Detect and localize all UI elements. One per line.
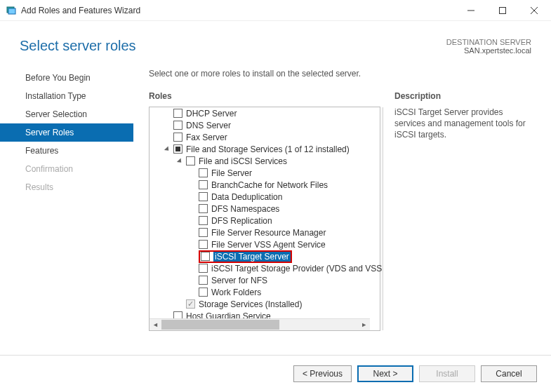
role-label: File Server VSS Agent Service — [211, 240, 326, 250]
cancel-button[interactable]: Cancel — [481, 365, 537, 382]
role-label: iSCSI Target Server — [213, 252, 291, 262]
role-checkbox[interactable] — [173, 311, 182, 318]
wizard-nav: Before You BeginInstallation TypeServer … — [0, 62, 133, 331]
role-row[interactable]: Work Folders — [150, 286, 382, 298]
scroll-left-arrow-icon[interactable]: ◄ — [150, 319, 161, 330]
expander-icon[interactable] — [176, 158, 183, 165]
role-row[interactable]: DFS Replication — [150, 215, 382, 227]
destination-label: DESTINATION SERVER — [446, 38, 531, 46]
nav-item-results: Results — [0, 178, 133, 196]
role-checkbox[interactable] — [199, 264, 208, 273]
role-label: DFS Replication — [211, 216, 272, 226]
maximize-button[interactable] — [486, 1, 518, 20]
minimize-button[interactable] — [455, 1, 486, 20]
role-label: DNS Server — [186, 121, 231, 130]
scroll-right-arrow-icon[interactable]: ► — [358, 319, 370, 330]
role-row[interactable]: File Server Resource Manager — [150, 227, 382, 238]
role-label: DHCP Server — [186, 109, 237, 119]
wizard-footer: < Previous Next > Install Cancel — [0, 355, 551, 392]
horizontal-scrollbar[interactable]: ◄ ► — [150, 318, 370, 330]
install-button[interactable]: Install — [419, 365, 475, 382]
roles-heading: Roles — [149, 91, 380, 101]
role-row[interactable]: iSCSI Target Server — [150, 250, 382, 262]
nav-item-installation-type[interactable]: Installation Type — [0, 87, 133, 105]
role-row[interactable]: Host Guardian Service — [150, 310, 382, 318]
roles-tree[interactable]: DHCP ServerDNS ServerFax ServerFile and … — [149, 107, 380, 331]
next-button[interactable]: Next > — [357, 365, 413, 382]
role-label: Data Deduplication — [211, 192, 282, 202]
role-row[interactable]: DHCP Server — [150, 107, 382, 119]
nav-item-features[interactable]: Features — [0, 142, 133, 160]
role-checkbox[interactable] — [173, 109, 182, 118]
description-heading: Description — [394, 91, 530, 101]
role-checkbox[interactable] — [199, 216, 208, 225]
role-label: DFS Namespaces — [211, 204, 279, 214]
role-row[interactable]: BranchCache for Network Files — [150, 179, 382, 191]
role-checkbox[interactable] — [199, 204, 208, 213]
instruction-text: Select one or more roles to install on t… — [149, 69, 537, 79]
role-checkbox[interactable] — [199, 228, 208, 237]
nav-item-server-selection[interactable]: Server Selection — [0, 105, 133, 123]
page-title: Select server roles — [20, 38, 136, 54]
role-checkbox[interactable] — [173, 121, 182, 130]
wizard-header: Select server roles DESTINATION SERVER S… — [0, 21, 551, 62]
role-row[interactable]: File and iSCSI Services — [150, 155, 382, 167]
role-row[interactable]: Storage Services (Installed) — [150, 298, 382, 310]
role-row[interactable]: Server for NFS — [150, 274, 382, 286]
previous-button[interactable]: < Previous — [293, 365, 352, 382]
role-checkbox[interactable] — [201, 252, 210, 261]
role-row[interactable]: File and Storage Services (1 of 12 insta… — [150, 143, 382, 155]
description-text: iSCSI Target Server provides services an… — [394, 107, 530, 141]
svg-rect-3 — [499, 7, 505, 13]
role-checkbox[interactable] — [199, 180, 208, 189]
role-label: Host Guardian Service — [186, 311, 271, 319]
window-title: Add Roles and Features Wizard — [21, 6, 455, 15]
role-checkbox[interactable] — [199, 240, 208, 249]
role-row[interactable]: Data Deduplication — [150, 191, 382, 203]
role-checkbox[interactable] — [199, 276, 208, 285]
role-checkbox[interactable] — [199, 168, 208, 177]
role-checkbox — [186, 299, 195, 309]
destination-server: DESTINATION SERVER SAN.xpertstec.local — [446, 38, 531, 55]
role-label: Storage Services (Installed) — [199, 299, 302, 309]
role-label: Server for NFS — [211, 276, 267, 285]
highlighted-role[interactable]: iSCSI Target Server — [199, 250, 292, 263]
hscroll-thumb[interactable] — [161, 320, 279, 330]
role-checkbox[interactable] — [186, 156, 195, 165]
role-row[interactable]: File Server VSS Agent Service — [150, 238, 382, 250]
destination-value: SAN.xpertstec.local — [446, 46, 531, 55]
role-label: File Server — [211, 168, 252, 178]
role-label: File and Storage Services (1 of 12 insta… — [186, 144, 350, 154]
role-row[interactable]: iSCSI Target Storage Provider (VDS and V… — [150, 262, 382, 274]
role-label: Fax Server — [186, 133, 227, 142]
role-label: File and iSCSI Services — [199, 156, 287, 166]
role-row[interactable]: File Server — [150, 167, 382, 179]
role-label: File Server Resource Manager — [211, 228, 326, 238]
role-row[interactable]: DNS Server — [150, 119, 382, 131]
nav-item-before-you-begin[interactable]: Before You Begin — [0, 69, 133, 87]
svg-rect-1 — [8, 8, 15, 14]
titlebar: Add Roles and Features Wizard — [0, 0, 551, 21]
role-label: Work Folders — [211, 288, 261, 297]
app-icon — [6, 5, 17, 16]
role-checkbox[interactable] — [173, 133, 182, 142]
role-checkbox[interactable] — [199, 192, 208, 201]
role-checkbox[interactable] — [199, 288, 208, 297]
expander-icon[interactable] — [164, 146, 171, 153]
nav-item-confirmation: Confirmation — [0, 160, 133, 178]
close-button[interactable] — [518, 1, 550, 20]
role-row[interactable]: Fax Server — [150, 131, 382, 143]
role-label: iSCSI Target Storage Provider (VDS and V… — [211, 264, 382, 273]
role-checkbox[interactable] — [173, 144, 182, 154]
role-label: BranchCache for Network Files — [211, 180, 328, 190]
role-row[interactable]: DFS Namespaces — [150, 203, 382, 215]
vertical-scrollbar[interactable] — [382, 107, 384, 330]
nav-item-server-roles[interactable]: Server Roles — [0, 123, 133, 142]
